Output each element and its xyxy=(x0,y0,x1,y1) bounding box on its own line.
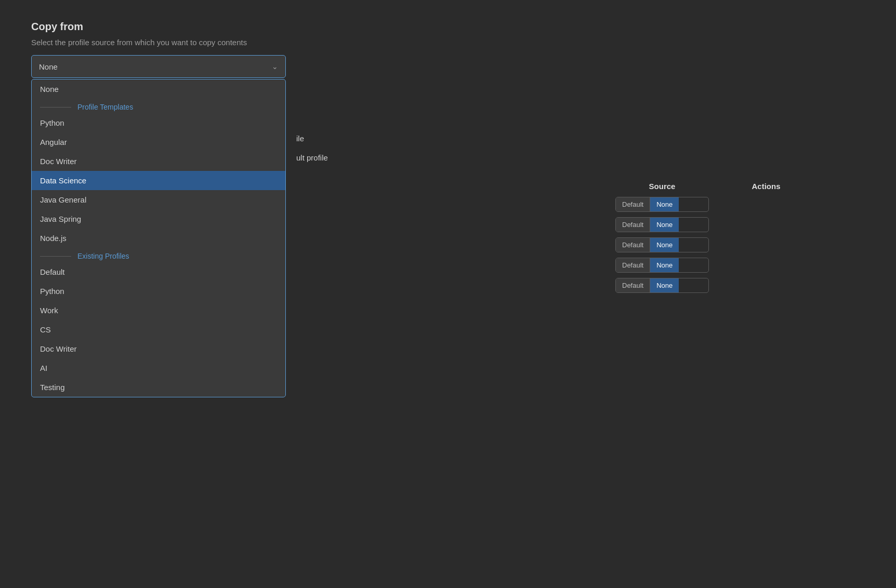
table-row: Default None xyxy=(615,197,792,212)
divider-line xyxy=(40,107,71,108)
badge-default: Default xyxy=(616,197,650,211)
table-header-source: Source xyxy=(615,182,709,191)
badge-default: Default xyxy=(616,238,650,252)
dropdown-item-nodejs[interactable]: Node.js xyxy=(32,229,285,248)
dropdown-item-default[interactable]: Default xyxy=(32,262,285,282)
chevron-down-icon: ⌄ xyxy=(272,62,278,71)
copy-from-dropdown[interactable]: None ⌄ xyxy=(31,55,286,78)
badge-none[interactable]: None xyxy=(650,238,679,252)
dropdown-item-data-science[interactable]: Data Science xyxy=(32,171,285,190)
copy-from-section: Copy from Select the profile source from… xyxy=(31,21,865,78)
badge-none[interactable]: None xyxy=(650,197,679,211)
existing-profiles-label: Existing Profiles xyxy=(77,252,129,260)
dropdown-item-python-existing[interactable]: Python xyxy=(32,282,285,301)
badge-default: Default xyxy=(616,218,650,232)
dropdown-item-cs[interactable]: CS xyxy=(32,320,285,339)
source-badge-group: Default None xyxy=(615,237,709,252)
dropdown-item-java-general[interactable]: Java General xyxy=(32,190,285,209)
badge-default: Default xyxy=(616,278,650,292)
source-badge-group: Default None xyxy=(615,278,709,293)
copy-from-title: Copy from xyxy=(31,21,865,33)
source-table: Source Actions Default None Default None… xyxy=(615,182,792,293)
background-text-ult-profile: ult profile xyxy=(296,153,328,162)
table-row: Default None xyxy=(615,258,792,273)
table-header-row: Source Actions xyxy=(615,182,792,191)
dropdown-selected-label: None xyxy=(39,62,58,71)
source-badge-group: Default None xyxy=(615,258,709,273)
dropdown-item-work[interactable]: Work xyxy=(32,301,285,320)
badge-none[interactable]: None xyxy=(650,258,679,272)
copy-from-dropdown-container: None ⌄ None Profile Templates Python Ang… xyxy=(31,55,286,78)
badge-none[interactable]: None xyxy=(650,278,679,292)
profile-templates-label: Profile Templates xyxy=(77,103,133,111)
profile-templates-separator: Profile Templates xyxy=(32,99,285,113)
dropdown-item-python[interactable]: Python xyxy=(32,113,285,132)
source-badge-group: Default None xyxy=(615,197,709,212)
table-header-actions: Actions xyxy=(740,182,792,191)
table-row: Default None xyxy=(615,237,792,252)
source-badge-group: Default None xyxy=(615,217,709,232)
divider-line-2 xyxy=(40,256,71,257)
dropdown-item-doc-writer[interactable]: Doc Writer xyxy=(32,152,285,171)
dropdown-item-ai[interactable]: AI xyxy=(32,358,285,378)
existing-profiles-separator: Existing Profiles xyxy=(32,248,285,262)
background-text-file: ile xyxy=(296,134,304,143)
dropdown-menu: None Profile Templates Python Angular Do… xyxy=(31,79,286,397)
dropdown-item-angular[interactable]: Angular xyxy=(32,132,285,152)
table-row: Default None xyxy=(615,278,792,293)
dropdown-item-none[interactable]: None xyxy=(32,79,285,99)
dropdown-item-doc-writer-existing[interactable]: Doc Writer xyxy=(32,339,285,358)
badge-default: Default xyxy=(616,258,650,272)
copy-from-subtitle: Select the profile source from which you… xyxy=(31,38,865,47)
badge-none[interactable]: None xyxy=(650,218,679,232)
table-rows: Default None Default None Default None D… xyxy=(615,197,792,293)
page-container: Copy from Select the profile source from… xyxy=(0,0,896,588)
dropdown-item-java-spring[interactable]: Java Spring xyxy=(32,209,285,229)
dropdown-item-testing[interactable]: Testing xyxy=(32,378,285,397)
table-row: Default None xyxy=(615,217,792,232)
